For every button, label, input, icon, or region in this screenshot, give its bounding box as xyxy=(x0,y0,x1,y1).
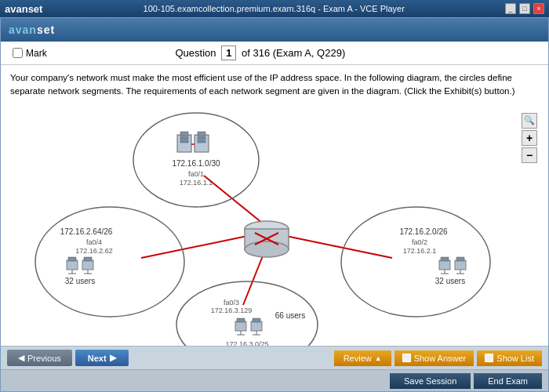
question-info: Question 1 of 316 (Exam A, Q229) xyxy=(175,45,345,60)
svg-text:172.16.3.129: 172.16.3.129 xyxy=(211,307,253,314)
prev-button[interactable]: ◀ Previous xyxy=(7,350,72,366)
titlebar-controls: _ □ × xyxy=(505,3,544,14)
svg-text:32 users: 32 users xyxy=(65,277,95,285)
svg-text:172.16.2.0/26: 172.16.2.0/26 xyxy=(399,227,448,236)
svg-rect-39 xyxy=(456,257,464,261)
svg-text:172.16.1.0/30: 172.16.1.0/30 xyxy=(172,159,220,168)
svg-text:32 users: 32 users xyxy=(435,277,465,285)
svg-rect-47 xyxy=(235,321,246,331)
svg-point-17 xyxy=(35,207,184,317)
mark-label: Mark xyxy=(26,48,47,59)
question-number: 1 xyxy=(221,45,236,60)
next-button[interactable]: Next ▶ xyxy=(75,350,129,366)
titlebar-title: 100-105.examcollection.premium.exam.316q… xyxy=(42,4,505,13)
svg-text:172.16.2.62: 172.16.2.62 xyxy=(75,247,113,255)
svg-line-1 xyxy=(141,234,255,258)
svg-rect-38 xyxy=(455,260,466,270)
svg-text:fa0/3: fa0/3 xyxy=(224,299,239,307)
review-dropdown-icon: ▲ xyxy=(375,354,382,362)
minimize-btn[interactable]: _ xyxy=(505,3,516,14)
question-text: Your company's network must make the mos… xyxy=(10,71,539,99)
question-bar: Mark Question 1 of 316 (Exam A, Q229) xyxy=(1,42,548,65)
svg-text:fa0/1: fa0/1 xyxy=(188,170,204,178)
titlebar-logo: avanset xyxy=(5,3,42,15)
svg-rect-25 xyxy=(82,260,93,270)
svg-text:fa0/2: fa0/2 xyxy=(412,238,427,246)
save-session-button[interactable]: Save Session xyxy=(390,373,471,389)
svg-text:66 users: 66 users xyxy=(275,311,305,320)
review-button[interactable]: Review ▲ xyxy=(334,350,391,366)
app-header: avanset xyxy=(1,18,548,42)
zoom-out-btn[interactable]: − xyxy=(522,147,537,163)
show-list-checkbox xyxy=(485,354,493,362)
svg-rect-34 xyxy=(439,260,450,270)
svg-rect-7 xyxy=(180,137,188,140)
close-btn[interactable]: × xyxy=(533,3,544,14)
svg-point-58 xyxy=(245,241,289,257)
mark-checkbox[interactable] xyxy=(13,48,23,58)
svg-line-0 xyxy=(204,176,267,227)
bottom-toolbar2: Save Session End Exam xyxy=(1,369,548,391)
svg-rect-6 xyxy=(180,132,188,136)
svg-text:172.16.1.1: 172.16.1.1 xyxy=(180,179,213,187)
show-answer-button[interactable]: Show Answer xyxy=(394,350,474,366)
svg-rect-12 xyxy=(198,140,205,143)
bottom-toolbar: ◀ Previous Next ▶ Review ▲ Show Answer S… xyxy=(1,346,548,369)
svg-text:172.16.2.64/26: 172.16.2.64/26 xyxy=(60,227,113,236)
svg-line-2 xyxy=(278,234,392,258)
next-arrow-icon: ▶ xyxy=(110,353,116,363)
svg-rect-10 xyxy=(198,132,205,136)
zoom-controls: 🔍 + − xyxy=(522,113,537,163)
end-exam-button[interactable]: End Exam xyxy=(474,373,542,389)
show-answer-checkbox xyxy=(402,354,411,362)
svg-rect-21 xyxy=(67,260,78,270)
svg-rect-22 xyxy=(68,257,76,261)
svg-point-30 xyxy=(341,207,490,317)
svg-rect-35 xyxy=(441,257,449,261)
svg-text:fa0/4: fa0/4 xyxy=(86,238,102,246)
zoom-search-btn[interactable]: 🔍 xyxy=(522,113,537,129)
svg-rect-8 xyxy=(180,140,188,143)
svg-rect-26 xyxy=(84,257,92,261)
svg-text:172.16.3.0/25: 172.16.3.0/25 xyxy=(225,340,268,347)
prev-arrow-icon: ◀ xyxy=(18,353,24,363)
show-list-button[interactable]: Show List xyxy=(477,350,542,366)
zoom-in-btn[interactable]: + xyxy=(522,130,537,146)
svg-rect-11 xyxy=(198,137,205,140)
main-window: avanset Mark Question 1 of 316 (Exam A, … xyxy=(0,17,549,392)
svg-rect-51 xyxy=(251,321,262,331)
svg-text:172.16.2.1: 172.16.2.1 xyxy=(403,247,437,255)
title-bar: avanset 100-105.examcollection.premium.e… xyxy=(0,0,549,17)
maximize-btn[interactable]: □ xyxy=(519,3,530,14)
network-diagram: 172.16.1.0/30 fa0/1 172.16.1.1 172.16.2.… xyxy=(10,105,539,347)
mark-control[interactable]: Mark xyxy=(13,48,47,59)
svg-rect-52 xyxy=(253,318,260,322)
content-area: Your company's network must make the mos… xyxy=(1,65,548,346)
diagram-svg: 172.16.1.0/30 fa0/1 172.16.1.1 172.16.2.… xyxy=(10,105,539,347)
svg-rect-48 xyxy=(237,318,245,322)
header-logo: avanset xyxy=(9,24,55,36)
